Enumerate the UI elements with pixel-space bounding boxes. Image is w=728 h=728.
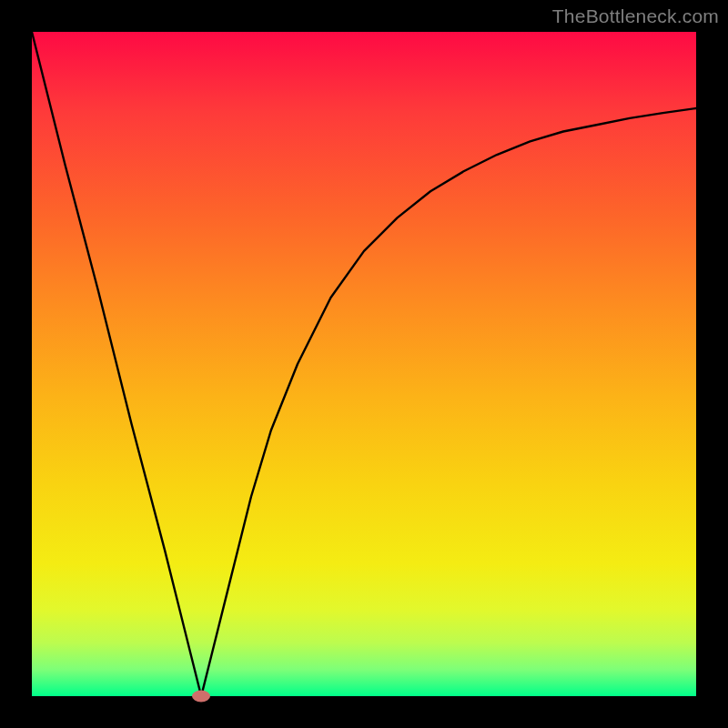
bottleneck-curve xyxy=(32,32,696,696)
watermark-text: TheBottleneck.com xyxy=(552,5,719,27)
plot-area xyxy=(32,32,696,696)
chart-frame: TheBottleneck.com xyxy=(0,0,728,728)
optimum-marker xyxy=(192,691,210,703)
